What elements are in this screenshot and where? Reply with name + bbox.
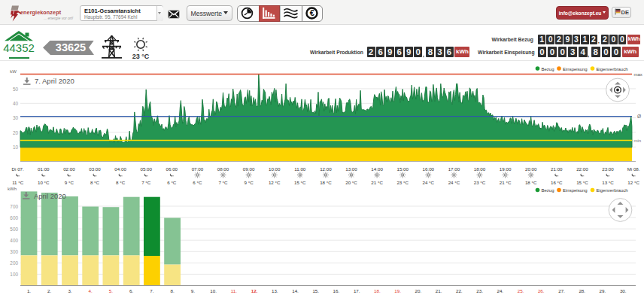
svg-text:19:00: 19:00 bbox=[500, 166, 512, 172]
svg-text:05:00: 05:00 bbox=[140, 166, 152, 172]
svg-text:Ø: Ø bbox=[637, 114, 641, 119]
svg-text:10:00: 10:00 bbox=[269, 166, 281, 172]
svg-text:Eigenverbrauch: Eigenverbrauch bbox=[597, 188, 628, 193]
svg-text:13:00: 13:00 bbox=[345, 166, 357, 172]
svg-text:04:00: 04:00 bbox=[114, 166, 126, 172]
svg-text:400: 400 bbox=[10, 238, 18, 243]
svg-text:18:00: 18:00 bbox=[474, 166, 486, 172]
svg-text:15.: 15. bbox=[312, 288, 319, 293]
svg-text:25.: 25. bbox=[518, 288, 524, 293]
svg-text:20:00: 20:00 bbox=[525, 166, 537, 172]
svg-text:April 2020: April 2020 bbox=[34, 192, 66, 200]
svg-text:Bezug: Bezug bbox=[542, 67, 554, 71]
svg-text:8 °C: 8 °C bbox=[116, 180, 126, 185]
svg-text:Eigenverbrauch: Eigenverbrauch bbox=[597, 67, 628, 71]
svg-text:22.: 22. bbox=[456, 288, 463, 293]
svg-text:Di 07.: Di 07. bbox=[12, 166, 24, 172]
svg-text:10: 10 bbox=[13, 144, 19, 150]
svg-text:100: 100 bbox=[10, 272, 18, 277]
svg-text:6 °C: 6 °C bbox=[167, 180, 177, 185]
svg-text:7 °C: 7 °C bbox=[141, 180, 151, 185]
svg-text:23.: 23. bbox=[476, 288, 483, 293]
svg-text:08:00: 08:00 bbox=[217, 166, 229, 172]
svg-text:9.: 9. bbox=[191, 288, 195, 293]
svg-text:13.: 13. bbox=[272, 288, 278, 293]
svg-text:15 °C: 15 °C bbox=[294, 180, 306, 185]
svg-text:5.: 5. bbox=[109, 288, 113, 293]
svg-text:11.: 11. bbox=[231, 288, 237, 293]
svg-text:22:00: 22:00 bbox=[576, 166, 588, 172]
svg-text:24.: 24. bbox=[497, 288, 503, 293]
svg-text:11 °C: 11 °C bbox=[12, 180, 24, 185]
svg-text:18 °C: 18 °C bbox=[525, 180, 537, 185]
svg-text:max: max bbox=[634, 72, 642, 77]
svg-text:6.: 6. bbox=[129, 288, 133, 293]
svg-text:03:00: 03:00 bbox=[89, 166, 101, 172]
svg-text:17:00: 17:00 bbox=[448, 166, 460, 172]
svg-text:16.: 16. bbox=[333, 288, 340, 293]
svg-text:01:00: 01:00 bbox=[38, 166, 50, 172]
svg-text:kW: kW bbox=[10, 69, 17, 74]
svg-text:21:00: 21:00 bbox=[551, 166, 563, 172]
svg-text:23 °C: 23 °C bbox=[396, 180, 409, 185]
svg-text:11:00: 11:00 bbox=[294, 166, 306, 172]
svg-text:Einspeisung: Einspeisung bbox=[563, 67, 588, 71]
svg-text:20.: 20. bbox=[415, 288, 422, 293]
svg-text:500: 500 bbox=[10, 227, 18, 232]
svg-text:29.: 29. bbox=[600, 288, 606, 293]
svg-text:6 °C: 6 °C bbox=[193, 180, 202, 185]
svg-text:21.: 21. bbox=[436, 288, 442, 293]
svg-text:12.: 12. bbox=[251, 288, 258, 293]
svg-text:17.: 17. bbox=[354, 288, 360, 293]
svg-text:26.: 26. bbox=[538, 288, 545, 293]
svg-text:3.: 3. bbox=[68, 288, 71, 293]
svg-text:8.: 8. bbox=[171, 288, 175, 293]
svg-text:12:00: 12:00 bbox=[320, 166, 332, 172]
svg-text:23:00: 23:00 bbox=[602, 166, 614, 172]
svg-text:4.: 4. bbox=[89, 288, 93, 293]
svg-text:24 °C: 24 °C bbox=[423, 180, 435, 185]
svg-text:20 °C: 20 °C bbox=[345, 180, 357, 185]
svg-text:15:00: 15:00 bbox=[396, 166, 409, 172]
svg-text:200: 200 bbox=[10, 260, 18, 266]
svg-text:10.: 10. bbox=[210, 288, 217, 293]
svg-text:9 °C: 9 °C bbox=[245, 180, 254, 185]
svg-text:7 °C: 7 °C bbox=[218, 180, 228, 185]
svg-text:kWh: kWh bbox=[8, 187, 17, 191]
svg-text:27.: 27. bbox=[558, 288, 565, 293]
svg-text:12 °C: 12 °C bbox=[269, 180, 281, 185]
svg-text:10 °C: 10 °C bbox=[38, 180, 50, 185]
svg-text:20: 20 bbox=[13, 130, 19, 135]
svg-text:07:00: 07:00 bbox=[192, 166, 204, 172]
svg-text:23 °C: 23 °C bbox=[474, 180, 486, 185]
svg-text:700: 700 bbox=[10, 204, 18, 209]
svg-text:min: min bbox=[634, 138, 642, 143]
svg-text:Mi 08.: Mi 08. bbox=[627, 166, 640, 172]
svg-text:14:00: 14:00 bbox=[371, 166, 383, 172]
svg-text:21 °C: 21 °C bbox=[500, 180, 512, 185]
svg-text:Bezug: Bezug bbox=[542, 188, 554, 193]
svg-text:30: 30 bbox=[13, 115, 19, 120]
svg-text:28.: 28. bbox=[579, 288, 585, 293]
svg-text:9 °C: 9 °C bbox=[65, 180, 74, 185]
svg-text:18 °C: 18 °C bbox=[320, 180, 332, 185]
svg-text:14.: 14. bbox=[292, 288, 299, 293]
svg-text:12 °C: 12 °C bbox=[627, 180, 639, 185]
svg-text:1.: 1. bbox=[27, 288, 31, 293]
svg-text:09:00: 09:00 bbox=[243, 166, 255, 172]
svg-text:8 °C: 8 °C bbox=[90, 180, 100, 185]
svg-text:18.: 18. bbox=[374, 288, 381, 293]
svg-text:24 °C: 24 °C bbox=[448, 180, 460, 185]
svg-text:16:00: 16:00 bbox=[423, 166, 435, 172]
svg-text:Einspeisung: Einspeisung bbox=[563, 188, 588, 193]
svg-text:2.: 2. bbox=[47, 288, 51, 293]
svg-text:06:00: 06:00 bbox=[166, 166, 178, 172]
svg-text:300: 300 bbox=[10, 249, 18, 254]
svg-text:02:00: 02:00 bbox=[63, 166, 75, 172]
svg-text:7. April 2020: 7. April 2020 bbox=[35, 77, 74, 85]
svg-text:16 °C: 16 °C bbox=[551, 180, 563, 185]
svg-text:30.: 30. bbox=[620, 288, 627, 293]
svg-text:15 °C: 15 °C bbox=[576, 180, 588, 185]
svg-text:7.: 7. bbox=[150, 288, 153, 293]
svg-text:600: 600 bbox=[10, 215, 18, 220]
